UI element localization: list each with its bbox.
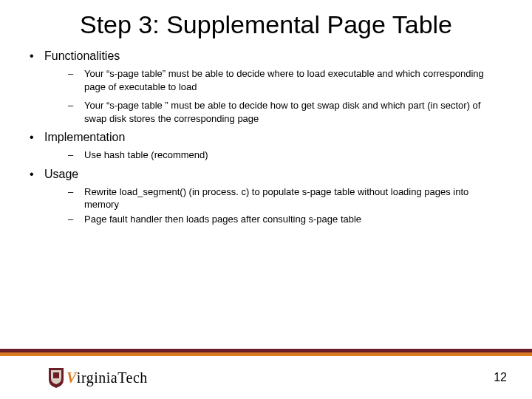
bar-orange (0, 352, 532, 356)
sub-list: – Rewrite load_segment() (in process. c)… (25, 185, 507, 226)
item-text: Rewrite load_segment() (in process. c) t… (84, 185, 507, 211)
section-usage: • Usage – Rewrite load_segment() (in pro… (25, 168, 507, 226)
footer-divider (0, 349, 532, 356)
item-text: Page fault handler then loads pages afte… (84, 213, 507, 226)
shield-icon (47, 366, 65, 389)
list-item: – Rewrite load_segment() (in process. c)… (68, 185, 507, 211)
logo-rest: irginiaTech (77, 369, 148, 386)
slide-title: Step 3: Supplemental Page Table (30, 10, 502, 39)
bullet-icon: • (25, 50, 44, 63)
dash-icon: – (68, 67, 84, 81)
section-label: Implementation (44, 131, 125, 144)
item-text: Your “s-page table” must be able to deci… (84, 67, 507, 93)
item-text: Your “s-page table ” must be able to dec… (84, 99, 507, 125)
dash-icon: – (68, 99, 84, 112)
dash-icon: – (68, 185, 84, 199)
page-number: 12 (494, 371, 507, 384)
sub-list: – Use hash table (recommend) (25, 149, 507, 162)
bullet-icon: • (25, 131, 44, 144)
dash-icon: – (68, 213, 84, 226)
section-label: Usage (44, 168, 78, 181)
section-implementation: • Implementation – Use hash table (recom… (25, 131, 507, 162)
list-item: – Your “s-page table” must be able to de… (68, 67, 507, 93)
svg-rect-0 (53, 372, 59, 378)
list-item: – Use hash table (recommend) (68, 149, 507, 162)
bullet-list: • Functionalities – Your “s-page table” … (25, 50, 507, 225)
list-item: – Page fault handler then loads pages af… (68, 213, 507, 226)
dash-icon: – (68, 149, 84, 162)
logo-text: VirginiaTech (66, 369, 148, 386)
list-item: – Your “s-page table ” must be able to d… (68, 99, 507, 125)
logo-v: V (66, 369, 77, 386)
slide: Step 3: Supplemental Page Table • Functi… (0, 0, 532, 399)
sub-list: – Your “s-page table” must be able to de… (25, 67, 507, 125)
section-functionalities: • Functionalities – Your “s-page table” … (25, 50, 507, 125)
slide-content: • Functionalities – Your “s-page table” … (0, 50, 532, 225)
vt-logo: VirginiaTech (47, 366, 148, 389)
bullet-icon: • (25, 168, 44, 181)
item-text: Use hash table (recommend) (84, 149, 507, 162)
section-label: Functionalities (44, 50, 120, 63)
